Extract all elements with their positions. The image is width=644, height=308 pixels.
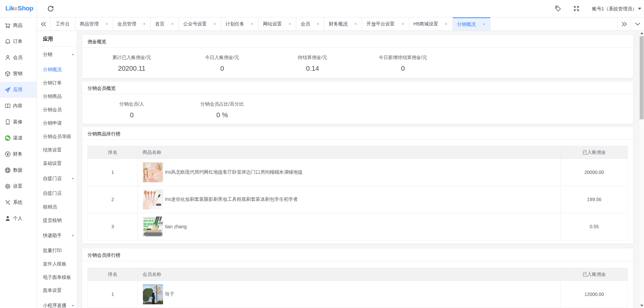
svg-text:清洁快擦型: 清洁快擦型 xyxy=(143,222,158,226)
svg-text:家缘双桶直刷吸水: 家缘双桶直刷吸水 xyxy=(144,217,157,219)
svg-text:40CM大号: 40CM大号 xyxy=(143,219,157,223)
